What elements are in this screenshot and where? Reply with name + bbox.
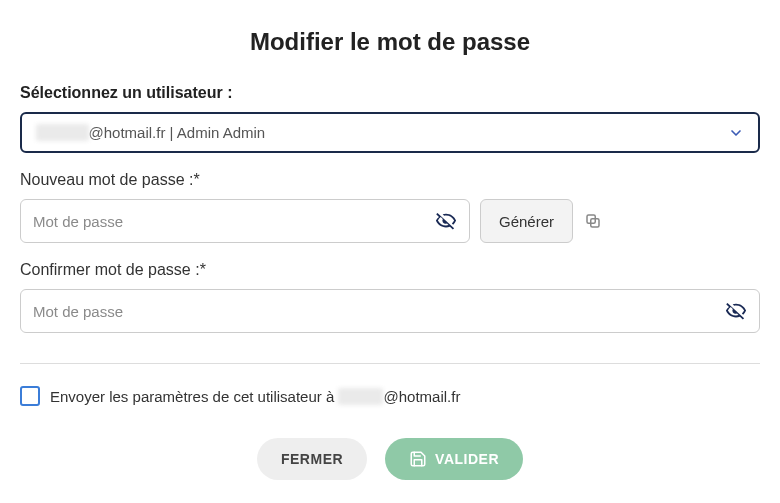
confirm-password-label: Confirmer mot de passe :* <box>20 261 760 279</box>
eye-off-icon[interactable] <box>725 300 747 322</box>
send-params-domain: @hotmail.fr <box>383 388 460 405</box>
page-title: Modifier le mot de passe <box>20 28 760 56</box>
new-password-wrap <box>20 199 470 243</box>
generate-button[interactable]: Générer <box>480 199 573 243</box>
user-select-value: xxxxxxx@hotmail.fr | Admin Admin <box>36 124 265 141</box>
eye-off-icon[interactable] <box>435 210 457 232</box>
send-params-label: Envoyer les paramètres de cet utilisateu… <box>50 388 460 405</box>
divider <box>20 363 760 364</box>
user-select-redacted: xxxxxxx <box>36 124 89 141</box>
validate-button-label: VALIDER <box>435 451 499 467</box>
user-select[interactable]: xxxxxxx@hotmail.fr | Admin Admin <box>20 112 760 153</box>
new-password-label: Nouveau mot de passe :* <box>20 171 760 189</box>
confirm-password-input[interactable] <box>33 303 725 320</box>
close-button[interactable]: FERMER <box>257 438 367 480</box>
copy-icon[interactable] <box>583 211 603 231</box>
validate-button[interactable]: VALIDER <box>385 438 523 480</box>
save-icon <box>409 450 427 468</box>
user-select-suffix: @hotmail.fr | Admin Admin <box>89 124 266 141</box>
chevron-down-icon <box>728 125 744 141</box>
new-password-input[interactable] <box>33 213 435 230</box>
user-select-label: Sélectionnez un utilisateur : <box>20 84 760 102</box>
send-params-redacted: xxxxxx <box>338 388 383 405</box>
send-params-label-prefix: Envoyer les paramètres de cet utilisateu… <box>50 388 338 405</box>
confirm-password-wrap <box>20 289 760 333</box>
send-params-checkbox[interactable] <box>20 386 40 406</box>
